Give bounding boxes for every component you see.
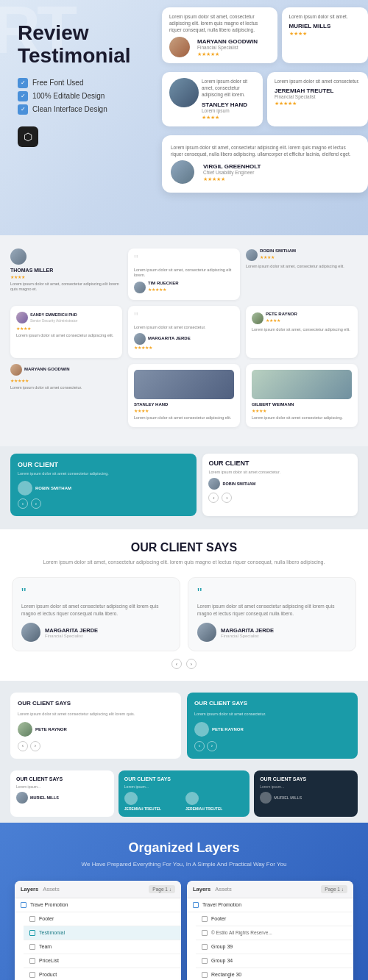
hero-title: Review Testimonial (18, 22, 165, 68)
carousel-section: OUR CLIENT Lorem ipsum dolor sit amet co… (0, 446, 368, 530)
layer-icon (202, 958, 208, 964)
layer-item[interactable]: Travel Promotion (187, 898, 353, 912)
carousel-card-white-right: OUR CLIENT Lorem ipsum dolor sit amet co… (202, 454, 358, 517)
ocs-right-next[interactable]: › (207, 741, 217, 751)
bottom-card-right: OUR CLIENT SAYS Lorem ipsum... MURIEL MI… (254, 770, 358, 817)
ocs-prev-arrow[interactable]: ‹ (171, 659, 182, 669)
feature-item: ✓ Clean Interface Design (18, 104, 165, 115)
grid-card-pete: PETE RAYNOR ★★★★ Lorem ipsum dolor sit a… (246, 306, 358, 358)
grid-section: THOMAS MILLER ★★★★ Lorem ipsum dolor sit… (0, 235, 368, 446)
layers-header-2: Layers Assets Page 1 ↓ (187, 881, 353, 898)
ocs-right-avatar (194, 722, 209, 737)
avatar-stanley (169, 78, 199, 107)
testimonial-card-jeremiah: Lorem ipsum dolor sit amet consectetur. … (267, 72, 368, 126)
grid-card-margarita: " Lorem ipsum dolor sit amet consectetur… (128, 306, 240, 358)
grid-card-stanley: STANLEY HAND ★★★★ Lorem ipsum dolor sit … (128, 364, 240, 426)
ocs-right-prev[interactable]: ‹ (194, 741, 205, 751)
ocs-avatar-1 (21, 623, 40, 642)
avatar-tim (134, 282, 146, 293)
layer-icon (29, 930, 35, 936)
ocs-next-arrow[interactable]: › (186, 659, 197, 669)
prev-arrow[interactable]: ‹ (18, 498, 28, 509)
layer-item[interactable]: Product (24, 968, 181, 981)
bottom-left-avatar (16, 792, 28, 804)
layer-icon (29, 944, 35, 950)
bottom-card-center: OUR CLIENT SAYS Lorem ipsum... JEREMIAH … (118, 770, 250, 817)
next-arrow[interactable]: › (222, 493, 232, 503)
organized-layers-section: Organized Layers We Have Prepared Everyt… (0, 823, 368, 981)
avatar-carousel-left (18, 481, 32, 496)
ocs-avatar-2 (197, 623, 216, 642)
hero-section: RT Review Testimonial ✓ Free Font Used ✓… (0, 0, 368, 235)
layer-icon (29, 916, 35, 922)
grid-card-gilbert: GILBERT WEIMANN ★★★★ Lorem ipsum dolor s… (246, 364, 358, 426)
avatar-carousel-right (208, 478, 220, 490)
layer-item[interactable]: Team (24, 940, 181, 954)
layer-item[interactable]: Rectangle 30 (196, 968, 353, 981)
layer-icon (202, 916, 208, 922)
layer-item[interactable]: Trave Promotion (15, 898, 181, 912)
ocs-split-row: OUR CLIENT SAYS Lorem ipsum dolor sit am… (0, 687, 368, 764)
hero-cards-area: Lorem ipsum dolor sit amet, consectetur … (162, 7, 368, 193)
check-icon: ✓ (18, 78, 28, 88)
ocs-left-card: OUR CLIENT SAYS Lorem ipsum dolor sit am… (10, 693, 181, 758)
avatar-maryann-grid (10, 364, 22, 376)
layer-icon (29, 972, 35, 978)
testimonial-card-muriel: Lorem ipsum dolor sit amet. MURIEL MILLS… (282, 7, 369, 63)
layer-item-testimonial[interactable]: Testimonial (24, 926, 181, 940)
testimonial-card-virgil: Lorem ipsum dolor sit amet, consectetur … (162, 135, 368, 193)
ocs-right-card-teal: OUR CLIENT SAYS Lorem ipsum dolor sit am… (187, 693, 358, 758)
carousel-card-teal-left: OUR CLIENT Lorem ipsum dolor sit amet co… (10, 454, 197, 517)
layer-icon (202, 930, 208, 936)
layers-header-1: Layers Assets Page 1 ↓ (15, 881, 181, 898)
layer-item[interactable]: © Estilo All Rights Reserve... (196, 926, 353, 940)
layer-item[interactable]: Footer (196, 912, 353, 926)
layer-frame-icon (193, 902, 199, 908)
grid-card-tim: " Lorem ipsum dolor sit amet, consectetu… (128, 248, 240, 300)
avatar-virgil (171, 160, 194, 184)
avatar-pete (252, 312, 263, 324)
testimonial-card-maryann: Lorem ipsum dolor sit amet, consectetur … (162, 7, 277, 63)
ocs-left-prev[interactable]: ‹ (18, 741, 28, 751)
bottom-center-avatar2 (185, 792, 199, 805)
avatar-margarita (134, 333, 146, 345)
layer-item[interactable]: Group 39 (196, 940, 353, 954)
bottom-center-avatar1 (124, 792, 138, 805)
figma-icon: ⬡ (24, 131, 32, 143)
grid-card-sandy: SANDY EMMERICH PHD Senior Security Admin… (10, 306, 122, 358)
ocs-card-2: " Lorem ipsum dolor sit amet consectetur… (188, 577, 356, 652)
bottom-card-left: OUR CLIENT SAYS Lorem ipsum... MURIEL MI… (10, 770, 114, 817)
prev-arrow[interactable]: ‹ (208, 493, 219, 503)
layer-icon (29, 958, 35, 964)
layer-icon (202, 944, 208, 950)
layer-item[interactable]: Footer (24, 912, 181, 926)
next-arrow[interactable]: › (31, 498, 41, 509)
ocs-left-avatar (18, 722, 32, 737)
layer-icon (202, 972, 208, 978)
bottom-right-avatar (260, 792, 272, 804)
avatar-robin (246, 249, 258, 261)
testimonial-card-stanley: Lorem ipsum dolor sit amet, consectetur … (162, 72, 263, 126)
ocs-left-next[interactable]: › (30, 741, 40, 751)
avatar-sandy (16, 312, 28, 323)
ocs-main-section: OUR CLIENT SAYS Lorem ipsum dolor sit am… (0, 529, 368, 681)
hero-features-list: ✓ Free Font Used ✓ 100% Editable Design … (18, 78, 165, 115)
layers-panel-1: Layers Assets Page 1 ↓ Trave Promotion F… (15, 881, 181, 981)
layer-item[interactable]: PriceList (24, 954, 181, 968)
layer-frame-icon (21, 902, 26, 908)
feature-item: ✓ Free Font Used (18, 78, 165, 88)
avatar-maryann (169, 37, 190, 57)
feature-item: ✓ 100% Editable Design (18, 91, 165, 101)
figma-badge: ⬡ (18, 126, 38, 147)
check-icon: ✓ (18, 91, 28, 101)
avatar-thomas (10, 248, 26, 265)
bottom-cards-row: OUR CLIENT SAYS Lorem ipsum... MURIEL MI… (0, 765, 368, 823)
layer-item[interactable]: Group 34 (196, 954, 353, 968)
ocs-card-1: " Lorem ipsum dolor sit amet consectetur… (12, 577, 180, 652)
layers-panel-2: Layers Assets Page 1 ↓ Travel Promotion … (187, 881, 353, 981)
check-icon: ✓ (18, 104, 28, 115)
